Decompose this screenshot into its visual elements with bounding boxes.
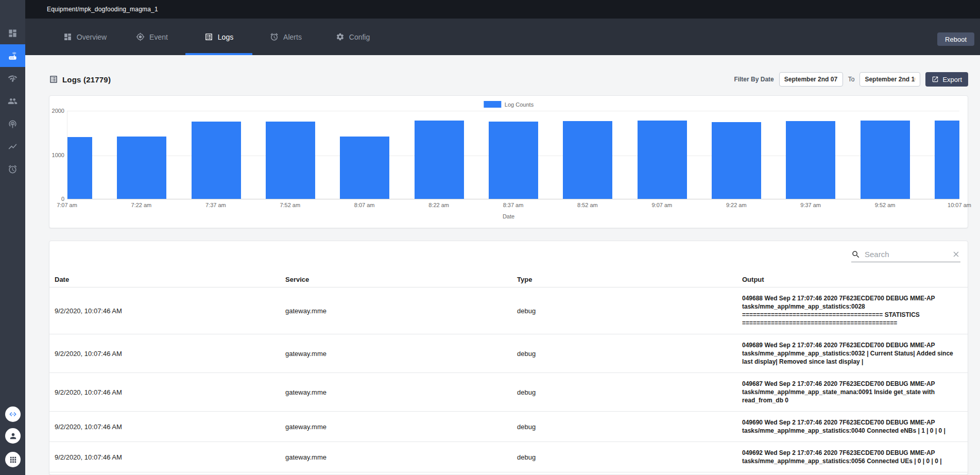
x-axis-line (67, 199, 959, 199)
tab-alerts[interactable]: Alerts (252, 19, 319, 55)
x-tick-label: 7:07 am (57, 202, 77, 208)
chart-bar (489, 122, 538, 199)
top-appbar: Equipment/mpk_dogfooding_magma_1 (25, 0, 980, 19)
chart-bar (117, 137, 166, 199)
tab-overview[interactable]: Overview (51, 19, 118, 55)
log-type: debug (517, 453, 742, 461)
table-row[interactable]: 9/2/2020, 10:07:46 AM gateway.mme debug … (49, 334, 968, 373)
column-header-date: Date (55, 276, 285, 283)
sidebar-item-traffic[interactable] (0, 112, 25, 135)
column-header-output: Output (742, 276, 960, 283)
account-button[interactable] (5, 428, 21, 444)
table-row[interactable]: 9/2/2020, 10:07:46 AM gateway.mme debug … (49, 287, 968, 334)
sidebar-item-metrics[interactable] (0, 135, 25, 158)
code-icon (9, 410, 17, 418)
search-input[interactable] (865, 250, 948, 259)
table-row[interactable]: 9/2/2020, 10:07:46 AM gateway.mme debug … (49, 442, 968, 472)
log-service: gateway.mme (285, 388, 517, 396)
x-tick-label: 8:52 am (577, 202, 598, 208)
tab-config[interactable]: Config (319, 19, 386, 55)
chart-bar (415, 121, 464, 199)
chart-bar (340, 137, 389, 199)
apps-grid-icon (9, 455, 18, 464)
log-output: 049688 Wed Sep 2 17:07:46 2020 7F623ECDE… (742, 294, 960, 327)
legend-swatch (484, 101, 501, 108)
breadcrumb: Equipment/mpk_dogfooding_magma_1 (47, 6, 158, 13)
log-type: debug (517, 388, 742, 396)
log-type: debug (517, 307, 742, 315)
search-icon (851, 250, 861, 259)
log-type: debug (517, 350, 742, 358)
export-button[interactable]: Export (925, 72, 968, 87)
tab-label: Logs (218, 33, 233, 41)
sidebar-item-subscribers[interactable] (0, 90, 25, 112)
start-date-input[interactable] (779, 72, 843, 87)
x-tick-label: 9:22 am (726, 202, 747, 208)
dashboard-icon (8, 28, 18, 38)
page-title: Logs (21779) (62, 75, 111, 84)
app-sidebar (0, 0, 25, 475)
chart-legend: Log Counts (484, 101, 534, 108)
swagger-api-button[interactable] (5, 406, 21, 422)
x-tick-label: 9:52 am (875, 202, 896, 208)
y-tick-label: 2000 (52, 108, 64, 114)
chart-bar (861, 121, 910, 199)
chart-bar (638, 121, 687, 199)
reboot-button[interactable]: Reboot (937, 32, 974, 46)
log-service: gateway.mme (285, 423, 517, 431)
log-service: gateway.mme (285, 453, 517, 461)
chart-plot-area (67, 111, 959, 199)
dashboard-icon (63, 32, 72, 41)
chart-bar (712, 122, 761, 199)
log-date: 9/2/2020, 10:07:46 AM (55, 350, 285, 358)
tab-label: Event (149, 33, 168, 41)
tab-event[interactable]: Event (118, 19, 185, 55)
x-tick-label: 7:52 am (280, 202, 300, 208)
x-tick-label: 8:22 am (428, 202, 449, 208)
log-type: debug (517, 423, 742, 431)
y-axis-labels: 010002000 (49, 111, 64, 199)
table-row[interactable]: 9/2/2020, 10:07:46 AM gateway.mme debug … (49, 373, 968, 412)
section-navbar: Overview Event Logs Alerts Config Reboot (25, 19, 980, 55)
chart-bar (192, 122, 241, 199)
export-icon (932, 76, 939, 83)
log-date: 9/2/2020, 10:07:46 AM (55, 388, 285, 396)
alarm-icon (8, 164, 18, 174)
chart-bar (935, 121, 959, 199)
chart-bar (67, 137, 92, 199)
log-output: 049689 Wed Sep 2 17:07:46 2020 7F623ECDE… (742, 341, 960, 366)
log-output: 049690 Wed Sep 2 17:07:46 2020 7F623ECDE… (742, 418, 960, 435)
table-search (851, 247, 960, 262)
x-tick-label: 10:07 am (948, 202, 971, 208)
tab-label: Config (349, 33, 370, 41)
table-row[interactable]: 9/2/2020, 10:07:46 AM gateway.mme debug … (49, 412, 968, 442)
tab-label: Overview (77, 33, 107, 41)
sidebar-item-dashboard[interactable] (0, 22, 25, 44)
chart-bar (266, 122, 315, 199)
filter-by-date-label: Filter By Date (734, 76, 773, 83)
table-header-row: Date Service Type Output (49, 272, 968, 287)
column-header-service: Service (285, 276, 517, 283)
apps-grid-button[interactable] (5, 452, 21, 467)
wifi-tethering-icon (8, 119, 18, 129)
list-icon (49, 75, 58, 84)
sidebar-item-alarms[interactable] (0, 158, 25, 180)
close-icon[interactable] (952, 250, 960, 259)
table-body: 9/2/2020, 10:07:46 AM gateway.mme debug … (49, 287, 968, 472)
end-date-input[interactable] (859, 72, 920, 87)
x-tick-label: 9:37 am (800, 202, 821, 208)
tab-logs[interactable]: Logs (185, 19, 252, 55)
trending-chart-icon (8, 142, 18, 151)
log-service: gateway.mme (285, 307, 517, 315)
x-axis-tick-labels: 7:07 am7:22 am7:37 am7:52 am8:07 am8:22 … (67, 202, 959, 209)
x-tick-label: 8:37 am (503, 202, 524, 208)
y-tick-label: 0 (61, 196, 64, 202)
sidebar-item-network[interactable] (0, 67, 25, 90)
sidebar-item-equipment[interactable] (0, 44, 25, 67)
chart-bar (563, 121, 612, 199)
column-header-type: Type (517, 276, 742, 283)
alarm-icon (270, 32, 279, 41)
y-tick-label: 1000 (52, 152, 64, 158)
log-date: 9/2/2020, 10:07:46 AM (55, 453, 285, 461)
account-icon (9, 432, 18, 440)
